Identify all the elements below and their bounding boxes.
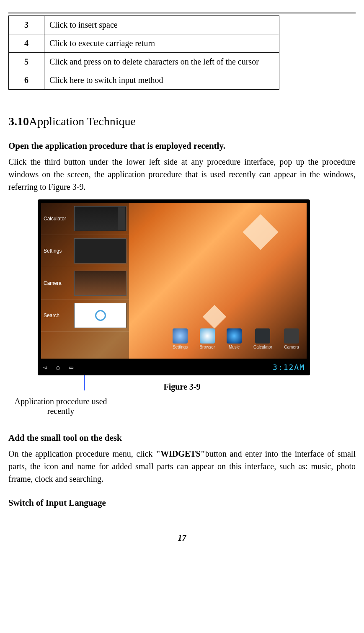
camera-icon (284, 328, 299, 344)
calculator-thumb (74, 206, 126, 231)
para-bold: "WIDGETS" (156, 449, 205, 458)
callout-line (84, 375, 85, 390)
row-desc: Click and press on to delete characters … (44, 53, 279, 71)
row-number: 6 (9, 71, 44, 90)
settings-icon (173, 328, 188, 344)
recent-item-settings[interactable]: Settings (41, 235, 129, 267)
header-rule (8, 13, 356, 13)
instruction-table: 3 Click to insert space 4 Click to execu… (8, 16, 279, 90)
section-title: Application Technique (29, 115, 136, 128)
home-icon[interactable]: ⌂ (56, 363, 60, 371)
subheading-switch-lang: Switch of Input Language (8, 498, 356, 508)
dock-music[interactable]: Music (227, 328, 242, 349)
dock-label: Camera (284, 345, 299, 349)
table-row: 6 Click here to switch input method (9, 71, 279, 90)
row-desc: Click to insert space (44, 16, 279, 34)
recent-icon[interactable]: ▭ (69, 363, 73, 371)
recent-item-calculator[interactable]: Calculator (41, 203, 129, 235)
subheading-open-recent: Open the application procedure that is e… (8, 141, 356, 151)
page-number: 17 (8, 533, 356, 543)
paragraph-open-recent: Click the third button under the lower l… (8, 155, 356, 193)
status-bar: ◅ ⌂ ▭ 3:12AM (38, 359, 310, 375)
row-desc: Click here to switch input method (44, 71, 279, 90)
dock-label: Calculator (253, 345, 272, 349)
dock: Settings Browser Music Calculator Camera (41, 324, 307, 354)
recent-label: Calculator (44, 216, 71, 222)
dock-settings[interactable]: Settings (173, 328, 188, 349)
clock: 3:12AM (273, 363, 305, 372)
table-row: 4 Click to execute carriage return (9, 34, 279, 53)
nav-buttons: ◅ ⌂ ▭ (43, 363, 73, 371)
dock-camera[interactable]: Camera (284, 328, 299, 349)
table-row: 3 Click to insert space (9, 16, 279, 34)
subheading-add-tool: Add the small tool on the desk (8, 433, 356, 443)
figure-3-9: Calculator Settings Camera Search Settin… (38, 199, 310, 390)
dock-label: Settings (173, 345, 188, 349)
browser-icon (200, 328, 215, 344)
music-icon (227, 328, 242, 344)
callout-text: Application procedure used recently (8, 397, 113, 416)
section-heading: 3.10Application Technique (8, 115, 356, 128)
recent-label: Camera (44, 280, 71, 286)
camera-thumb (74, 271, 126, 296)
paragraph-add-tool: On the application procedure menu, click… (8, 447, 356, 485)
row-number: 3 (9, 16, 44, 34)
dock-label: Browser (199, 345, 215, 349)
table-row: 5 Click and press on to delete character… (9, 53, 279, 71)
row-number: 4 (9, 34, 44, 53)
dock-label: Music (229, 345, 240, 349)
dock-browser[interactable]: Browser (199, 328, 215, 349)
row-number: 5 (9, 53, 44, 71)
settings-thumb (74, 238, 126, 264)
section-number: 3.10 (8, 115, 29, 128)
tablet-screenshot: Calculator Settings Camera Search Settin… (38, 199, 310, 375)
recent-label: Search (44, 313, 71, 318)
calculator-icon (255, 328, 270, 344)
dock-calculator[interactable]: Calculator (253, 328, 272, 349)
back-icon[interactable]: ◅ (43, 363, 47, 371)
para-pre: On the application procedure menu, click (8, 449, 156, 458)
recent-label: Settings (44, 248, 71, 254)
recent-item-camera[interactable]: Camera (41, 267, 129, 300)
row-desc: Click to execute carriage return (44, 34, 279, 53)
